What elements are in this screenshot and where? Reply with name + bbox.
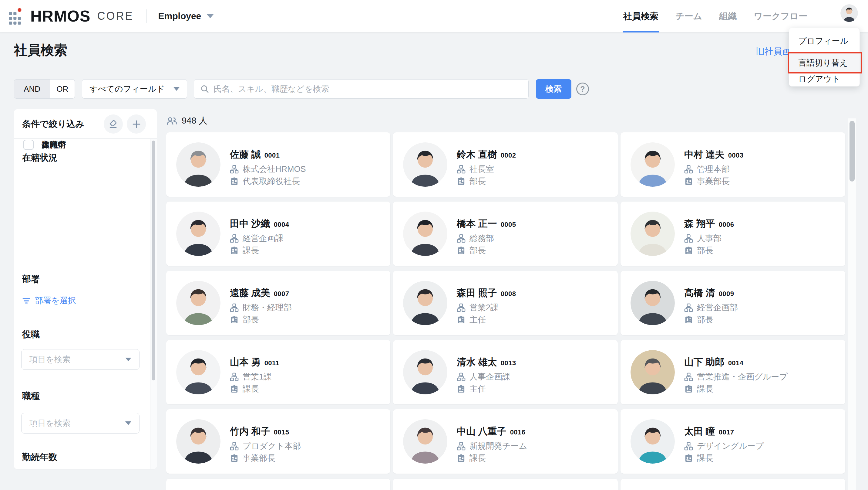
avatar-image (403, 419, 447, 464)
employee-department-row: 社長室 (457, 164, 494, 175)
id-badge-icon (457, 177, 466, 186)
org-chart-icon (684, 373, 693, 381)
employee-card[interactable]: 清水 雄太 0013 人事企画課 (393, 340, 618, 404)
employee-department: 総務部 (469, 233, 494, 244)
employee-card[interactable]: 中村 達夫 0003 管理本部 (621, 133, 845, 197)
select-department-link[interactable]: 部署を選択 (22, 295, 76, 306)
employee-id: 0017 (719, 428, 734, 436)
employee-card[interactable]: 佐藤 誠 0001 株式会社HRMOS (166, 133, 390, 197)
jobtype-select[interactable]: 項目を検索 (21, 413, 140, 434)
employee-name: 山本 勇 (230, 356, 261, 369)
employee-title: 主任 (469, 383, 486, 394)
employee-photo (403, 419, 447, 464)
employee-title-row: 部長 (684, 245, 713, 256)
avatar-image (630, 419, 675, 464)
id-badge-icon (230, 454, 239, 463)
user-menu-item-label: 言語切り替え (798, 57, 848, 68)
employee-title-row: 部長 (457, 245, 486, 256)
employee-id: 0001 (265, 151, 280, 160)
results-scrollbar-thumb[interactable] (849, 121, 855, 181)
hrmos-dots-logo-icon (7, 8, 24, 25)
id-badge-icon (230, 385, 239, 394)
status-checkbox-row[interactable]: 退職済 (23, 139, 66, 151)
nav-tab[interactable]: チーム (675, 0, 702, 32)
avatar-image (630, 281, 675, 325)
org-chart-icon (457, 373, 466, 381)
employee-title: 部長 (697, 314, 713, 325)
avatar-image (176, 281, 220, 325)
employee-card[interactable]: 山下 助郎 0014 営業推進・企画グループ (621, 340, 845, 404)
employee-card[interactable]: 竹内 和子 0015 プロダクト本部 (166, 409, 390, 473)
logo-text: HRMOS (30, 7, 91, 25)
employee-card[interactable]: 山本 勇 0011 営業1課 (166, 340, 390, 404)
results-scrollbar[interactable] (848, 118, 856, 490)
employee-card[interactable] (621, 479, 845, 490)
jobtype-select-placeholder: 項目を検索 (29, 418, 125, 429)
employee-title-row: 代表取締役社長 (230, 176, 300, 187)
employee-id: 0004 (274, 221, 289, 229)
employee-card[interactable] (166, 479, 390, 490)
sidebar-scrollbar-thumb[interactable] (152, 141, 155, 380)
employee-card[interactable]: 森 翔平 0006 人事部 (621, 202, 845, 266)
user-menu-item[interactable]: プロフィール (789, 30, 860, 52)
employee-department: 人事部 (697, 233, 721, 244)
employee-id: 0011 (265, 359, 280, 367)
add-filter-button[interactable] (127, 114, 146, 134)
employee-name: 橋本 正一 (457, 218, 497, 230)
employee-card[interactable]: 鈴木 直樹 0002 社長室 (393, 133, 618, 197)
id-badge-icon (684, 454, 693, 463)
search-button[interactable]: 検索 (536, 79, 571, 99)
avatar-image (630, 211, 675, 256)
top-bar: HRMOS CORE Employee 社員検索 チーム 組織 ワークフロー (0, 0, 868, 32)
user-avatar[interactable] (840, 4, 858, 22)
nav-tab[interactable]: 組織 (719, 0, 737, 32)
employee-department: 営業推進・企画グループ (697, 371, 787, 382)
select-department-label: 部署を選択 (35, 295, 76, 306)
employee-card[interactable]: 橋本 正一 0005 総務部 (393, 202, 618, 266)
clear-filters-button[interactable] (104, 114, 123, 134)
search-input[interactable] (214, 84, 522, 94)
employee-id: 0003 (728, 151, 744, 160)
employee-id: 0014 (728, 359, 744, 367)
employee-card[interactable] (393, 479, 618, 490)
employee-title-row: 主任 (457, 383, 486, 394)
help-icon[interactable]: ? (576, 83, 589, 95)
user-menu-item[interactable]: ログアウト (789, 74, 860, 84)
avatar-image (403, 142, 447, 187)
employee-title-row: 事業部長 (684, 176, 730, 187)
employee-title: 事業部長 (697, 176, 730, 187)
operator-and-button[interactable]: AND (14, 80, 50, 98)
brand-logo[interactable]: HRMOS CORE (7, 7, 134, 25)
chevron-down-icon (125, 422, 131, 425)
user-menu-item[interactable]: 言語切り替え (789, 52, 860, 74)
nav-tab[interactable]: 社員検索 (623, 0, 658, 32)
position-select-placeholder: 項目を検索 (29, 354, 125, 365)
checkbox[interactable] (23, 140, 34, 150)
app-switcher[interactable]: Employee (158, 11, 214, 21)
employee-card[interactable]: 太田 瞳 0017 デザイングループ (621, 409, 845, 473)
eraser-icon (108, 119, 118, 129)
employee-card[interactable]: 中山 八重子 0016 新規開発チーム (393, 409, 618, 473)
employee-id: 0007 (274, 290, 289, 298)
employee-title-row: 主任 (457, 314, 486, 325)
employee-title: 課長 (697, 453, 713, 464)
field-selector[interactable]: すべてのフィールド (82, 79, 187, 99)
top-nav: 社員検索 チーム 組織 ワークフロー (623, 0, 807, 32)
employee-title: 部長 (697, 245, 713, 256)
employee-card[interactable]: 髙橋 清 0009 経営企画部 (621, 271, 845, 335)
employee-card[interactable]: 遠藤 成美 0007 財務・経理部 (166, 271, 390, 335)
employee-name-row: 遠藤 成美 0007 (230, 287, 289, 299)
filter-title: 条件で絞り込み (22, 109, 84, 139)
employee-title: 主任 (469, 314, 486, 325)
employee-name: 遠藤 成美 (230, 287, 270, 299)
employee-department-row: 総務部 (457, 233, 494, 244)
employee-card[interactable]: 森田 照子 0008 営業2課 (393, 271, 618, 335)
position-select[interactable]: 項目を検索 (21, 349, 140, 370)
employee-photo (176, 142, 220, 187)
employee-card[interactable]: 田中 沙織 0004 経営企画課 (166, 202, 390, 266)
operator-or-button[interactable]: OR (50, 80, 74, 98)
employee-title-row: 部長 (457, 176, 486, 187)
sidebar-scrollbar[interactable] (150, 139, 157, 469)
employee-grid: 佐藤 誠 0001 株式会社HRMOS (166, 133, 846, 473)
employee-name: 森田 照子 (457, 287, 497, 299)
